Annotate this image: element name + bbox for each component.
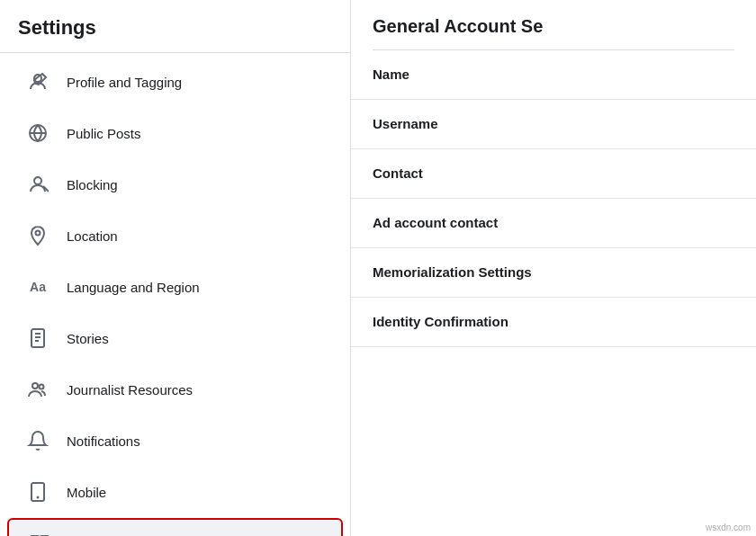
sidebar-item-stories[interactable]: Stories: [7, 313, 343, 363]
sidebar-item-blocking[interactable]: Blocking: [7, 159, 343, 210]
sidebar-item-journalist-resources[interactable]: Journalist Resources: [7, 364, 343, 415]
sidebar-item-label-journalist-resources: Journalist Resources: [67, 382, 193, 398]
sidebar-divider: [0, 52, 350, 53]
settings-row-label-ad-account-contact: Ad account contact: [373, 215, 498, 230]
sidebar-item-label-blocking: Blocking: [67, 177, 118, 192]
settings-row-username[interactable]: Username: [351, 100, 756, 149]
journalist-resources-icon: [22, 373, 54, 406]
sidebar: Settings Profile and TaggingPublic Posts…: [0, 0, 351, 536]
location-icon: [22, 219, 54, 252]
sidebar-item-label-public-posts: Public Posts: [67, 126, 141, 141]
sidebar-item-label-profile-tagging: Profile and Tagging: [67, 75, 182, 90]
settings-row-identity-confirmation[interactable]: Identity Confirmation: [351, 298, 756, 347]
sidebar-item-apps-websites[interactable]: Apps and Websites: [7, 518, 343, 536]
sidebar-item-notifications[interactable]: Notifications: [7, 415, 343, 466]
svg-point-9: [32, 383, 38, 389]
settings-row-label-username: Username: [373, 116, 438, 131]
sidebar-item-public-posts[interactable]: Public Posts: [7, 108, 343, 158]
sidebar-item-profile-tagging[interactable]: Profile and Tagging: [7, 57, 343, 107]
sidebar-item-mobile[interactable]: Mobile: [7, 467, 343, 517]
sidebar-nav: Profile and TaggingPublic PostsBlockingL…: [0, 57, 350, 536]
settings-row-ad-account-contact[interactable]: Ad account contact: [351, 199, 756, 248]
notifications-icon: [22, 424, 54, 457]
sidebar-title: Settings: [0, 0, 350, 52]
blocking-icon: [22, 168, 54, 201]
settings-row-contact[interactable]: Contact: [351, 149, 756, 199]
settings-rows-list: NameUsernameContactAd account contactMem…: [351, 50, 756, 347]
sidebar-item-label-stories: Stories: [67, 331, 109, 346]
stories-icon: [22, 322, 54, 354]
apps-websites-icon: [23, 529, 56, 536]
sidebar-item-label-location: Location: [67, 228, 118, 244]
sidebar-item-location[interactable]: Location: [7, 210, 343, 261]
settings-row-name[interactable]: Name: [351, 50, 756, 100]
right-panel: General Account Se NameUsernameContactAd…: [351, 0, 756, 536]
settings-row-label-name: Name: [373, 67, 410, 82]
svg-point-4: [36, 231, 40, 236]
svg-point-2: [34, 177, 41, 184]
watermark: wsxdn.com: [706, 523, 751, 532]
app-layout: Settings Profile and TaggingPublic Posts…: [0, 0, 756, 536]
sidebar-item-label-mobile: Mobile: [67, 485, 106, 500]
sidebar-item-label-notifications: Notifications: [67, 433, 140, 449]
sidebar-item-label-language-region: Language and Region: [67, 280, 200, 295]
svg-point-10: [40, 385, 44, 389]
right-panel-title: General Account Se: [351, 0, 756, 49]
settings-row-label-identity-confirmation: Identity Confirmation: [373, 314, 508, 329]
mobile-icon: [22, 476, 54, 508]
public-posts-icon: [22, 117, 54, 149]
sidebar-item-language-region[interactable]: AaLanguage and Region: [7, 262, 343, 312]
settings-row-label-contact: Contact: [373, 165, 423, 181]
language-region-icon: Aa: [22, 271, 54, 303]
settings-row-label-memorialization: Memorialization Settings: [373, 264, 532, 280]
profile-tagging-icon: [22, 66, 54, 98]
settings-row-memorialization[interactable]: Memorialization Settings: [351, 248, 756, 298]
